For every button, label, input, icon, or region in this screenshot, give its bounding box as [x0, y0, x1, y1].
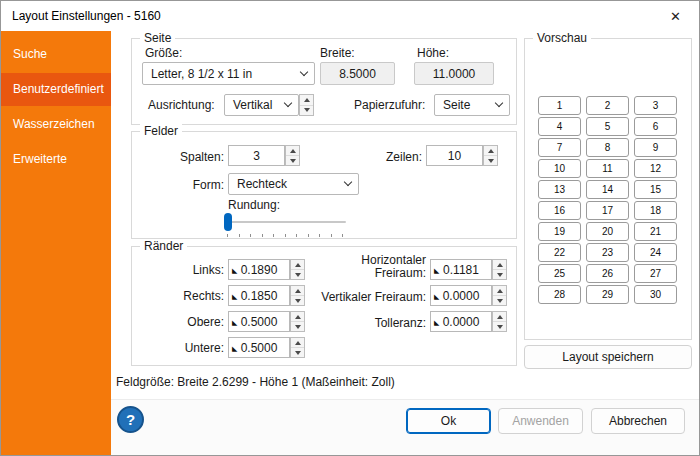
window-title: Layout Einstellungen - 5160 [12, 9, 161, 23]
preview-cell: 5 [586, 117, 629, 136]
links-spinner[interactable] [290, 259, 305, 280]
preview-cell: 24 [634, 243, 677, 262]
save-layout-button[interactable]: Layout speichern [524, 345, 692, 369]
spinner-up-icon[interactable] [484, 146, 497, 156]
close-icon: ✕ [670, 9, 681, 24]
papierzufuhr-label: Papierzufuhr: [354, 98, 425, 112]
preview-cell: 15 [634, 180, 677, 199]
spinner-up-icon[interactable] [493, 260, 506, 270]
spinner-up-icon[interactable] [493, 286, 506, 296]
tolleranz-spinner[interactable] [492, 311, 507, 332]
preview-cell: 23 [586, 243, 629, 262]
preview-cell: 30 [634, 285, 677, 304]
spinner-up-icon[interactable] [493, 312, 506, 322]
rechts-label: Rechts: [144, 289, 224, 303]
tolleranz-value: 0.0000 [443, 315, 480, 329]
chevron-down-icon [300, 69, 308, 77]
obere-label: Obere: [144, 315, 224, 329]
spalten-spinner[interactable] [285, 145, 300, 166]
group-seite: Seite Größe: Letter, 8 1/2 x 11 in Breit… [131, 38, 517, 125]
rechts-field[interactable]: ◣ 0.1850 [228, 285, 290, 306]
ausrichtung-value: Vertikal [233, 98, 272, 112]
preview-cell: 29 [586, 285, 629, 304]
preview-cell: 10 [538, 159, 581, 178]
rechts-spinner[interactable] [290, 285, 305, 306]
vertikaler-freiraum-field[interactable]: ◣ 0.0000 [430, 285, 492, 306]
spinner-down-icon[interactable] [493, 270, 506, 279]
spinner-down-icon[interactable] [286, 156, 299, 165]
measure-triangle-icon: ◣ [434, 292, 439, 299]
preview-cell: 8 [586, 138, 629, 157]
spinner-down-icon[interactable] [291, 348, 304, 357]
spinner-up-icon[interactable] [291, 312, 304, 322]
groesse-combobox[interactable]: Letter, 8 1/2 x 11 in [142, 62, 315, 85]
spinner-down-icon[interactable] [291, 270, 304, 279]
horizontaler-freiraum-spinner[interactable] [492, 259, 507, 280]
spinner-down-icon[interactable] [291, 296, 304, 305]
vertikaler-freiraum-value: 0.0000 [443, 289, 480, 303]
vertikaler-freiraum-spinner[interactable] [492, 285, 507, 306]
preview-cell: 6 [634, 117, 677, 136]
preview-cell: 22 [538, 243, 581, 262]
rundung-slider[interactable] [224, 213, 346, 238]
preview-cell: 17 [586, 201, 629, 220]
measure-triangle-icon: ◣ [232, 266, 237, 273]
spinner-up-icon[interactable] [291, 338, 304, 348]
untere-field[interactable]: ◣ 0.5000 [228, 337, 290, 358]
obere-spinner[interactable] [290, 311, 305, 332]
help-icon[interactable]: ? [117, 406, 144, 433]
preview-cell: 9 [634, 138, 677, 157]
sidebar-nav: SucheBenutzerdefiniertWasserzeichenErwei… [1, 31, 111, 455]
spinner-down-icon[interactable] [291, 322, 304, 331]
anwenden-button[interactable]: Anwenden [498, 408, 583, 434]
rundung-slider-track[interactable] [224, 221, 346, 223]
horizontaler-freiraum-field[interactable]: ◣ 0.1181 [430, 259, 492, 280]
spalten-value: 3 [253, 149, 260, 163]
spinner-down-icon[interactable] [300, 106, 313, 116]
ausrichtung-spinner[interactable] [299, 94, 314, 116]
sidebar-item-benutzerdefiniert[interactable]: Benutzerdefiniert [1, 73, 111, 106]
vertikaler-freiraum-label: Vertikaler Freiraum: [311, 290, 426, 304]
zeilen-spinner[interactable] [483, 145, 498, 166]
close-button[interactable]: ✕ [653, 2, 698, 30]
ausrichtung-combobox[interactable]: Vertikal [224, 94, 299, 116]
preview-cell: 7 [538, 138, 581, 157]
preview-cell: 4 [538, 117, 581, 136]
sidebar-item-erweiterte[interactable]: Erweiterte [1, 143, 111, 176]
preview-cell: 26 [586, 264, 629, 283]
spinner-down-icon[interactable] [493, 322, 506, 331]
preview-cell: 27 [634, 264, 677, 283]
ok-button[interactable]: Ok [406, 408, 491, 434]
rundung-slider-thumb[interactable] [224, 213, 232, 231]
spinner-up-icon[interactable] [300, 95, 313, 106]
spinner-up-icon[interactable] [291, 260, 304, 270]
hoehe-field[interactable]: 11.0000 [414, 62, 494, 85]
group-felder-label: Felder [140, 124, 182, 138]
untere-value: 0.5000 [241, 341, 278, 355]
preview-cell: 19 [538, 222, 581, 241]
group-felder: Felder Spalten: 3 Zeilen: 10 Form: Recht… [131, 131, 517, 239]
sidebar-item-suche[interactable]: Suche [1, 38, 111, 71]
preview-cell: 21 [634, 222, 677, 241]
tolleranz-field[interactable]: ◣ 0.0000 [430, 311, 492, 332]
abbrechen-button[interactable]: Abbrechen [591, 408, 685, 434]
papierzufuhr-combobox[interactable]: Seite [434, 94, 510, 116]
form-combobox[interactable]: Rechteck [228, 173, 359, 195]
group-seite-label: Seite [140, 31, 175, 45]
obere-field[interactable]: ◣ 0.5000 [228, 311, 290, 332]
spinner-down-icon[interactable] [484, 156, 497, 165]
links-field[interactable]: ◣ 0.1890 [228, 259, 290, 280]
spinner-up-icon[interactable] [291, 286, 304, 296]
spalten-field[interactable]: 3 [228, 145, 285, 166]
spinner-up-icon[interactable] [286, 146, 299, 156]
titlebar[interactable]: Layout Einstellungen - 5160 ✕ [1, 1, 699, 31]
spinner-down-icon[interactable] [493, 296, 506, 305]
breite-field[interactable]: 8.5000 [320, 62, 395, 85]
zeilen-field[interactable]: 10 [426, 145, 483, 166]
rundung-label: Rundung: [228, 198, 280, 212]
links-label: Links: [144, 263, 224, 277]
untere-spinner[interactable] [290, 337, 305, 358]
sidebar-item-wasserzeichen[interactable]: Wasserzeichen [1, 108, 111, 141]
links-value: 0.1890 [241, 263, 278, 277]
groesse-label: Größe: [145, 46, 182, 60]
